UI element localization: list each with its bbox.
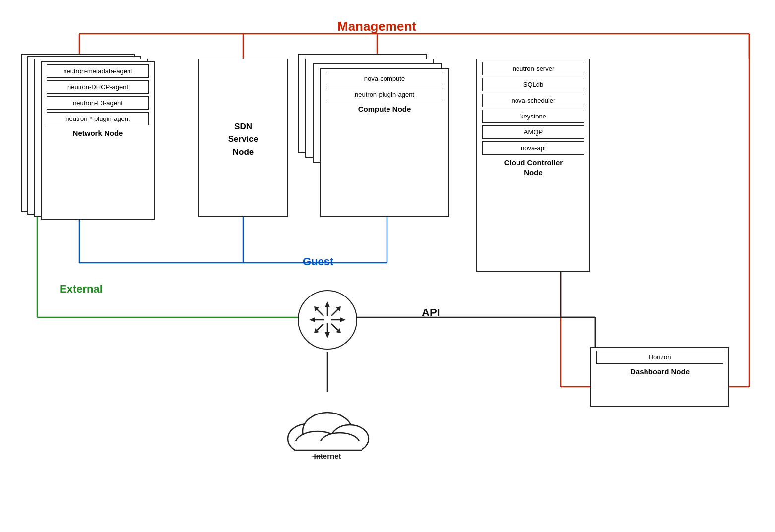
network-node-label: Network Node bbox=[42, 128, 154, 138]
svg-text:Internet: Internet bbox=[314, 452, 341, 460]
cloud-controller-node-label: Cloud ControllerNode bbox=[477, 158, 589, 177]
svg-marker-26 bbox=[340, 317, 346, 322]
guest-label: Guest bbox=[303, 255, 333, 268]
sdn-node-label: SDNServiceNode bbox=[228, 120, 258, 159]
sdn-node-box: SDNServiceNode bbox=[198, 59, 288, 217]
compute-node-box: nova-compute neutron-plugin-agent Comput… bbox=[320, 68, 449, 217]
compute-node-label: Compute Node bbox=[321, 104, 448, 114]
amqp-label: AMQP bbox=[482, 125, 584, 139]
internet-cloud-icon: Internet bbox=[268, 392, 387, 466]
keystone-label: keystone bbox=[482, 110, 584, 123]
svg-line-33 bbox=[317, 324, 323, 330]
dashboard-node-box: Horizon Dashboard Node bbox=[590, 347, 729, 407]
dashboard-node-label: Dashboard Node bbox=[591, 367, 728, 377]
management-label: Management bbox=[337, 19, 416, 34]
svg-line-31 bbox=[331, 309, 338, 316]
horizon-label: Horizon bbox=[596, 351, 723, 364]
neutron-l3-agent-label: neutron-L3-agent bbox=[47, 96, 149, 110]
neutron-metadata-agent-label: neutron-metadata-agent bbox=[47, 64, 149, 78]
network-node-box: neutron-metadata-agent neutron-DHCP-agen… bbox=[41, 61, 155, 220]
nova-compute-label: nova-compute bbox=[326, 72, 443, 85]
neutron-plugin-agent-compute-label: neutron-plugin-agent bbox=[326, 88, 443, 101]
svg-marker-24 bbox=[309, 317, 315, 322]
svg-marker-20 bbox=[325, 301, 330, 307]
nova-api-label: nova-api bbox=[482, 141, 584, 155]
neutron-plugin-agent-label: neutron-*-plugin-agent bbox=[47, 112, 149, 125]
neutron-server-label: neutron-server bbox=[482, 62, 584, 75]
sqldb-label: SQLdb bbox=[482, 78, 584, 91]
router-icon bbox=[298, 290, 357, 350]
svg-line-29 bbox=[317, 309, 323, 316]
nova-scheduler-label: nova-scheduler bbox=[482, 94, 584, 107]
api-label: API bbox=[422, 306, 440, 319]
svg-line-35 bbox=[331, 324, 338, 330]
architecture-diagram: Management neutron-metadata-agent neutro… bbox=[0, 0, 775, 532]
svg-marker-22 bbox=[325, 332, 330, 338]
neutron-dhcp-agent-label: neutron-DHCP-agent bbox=[47, 80, 149, 94]
external-label: External bbox=[60, 283, 103, 296]
cloud-controller-box: neutron-server SQLdb nova-scheduler keys… bbox=[476, 59, 590, 272]
